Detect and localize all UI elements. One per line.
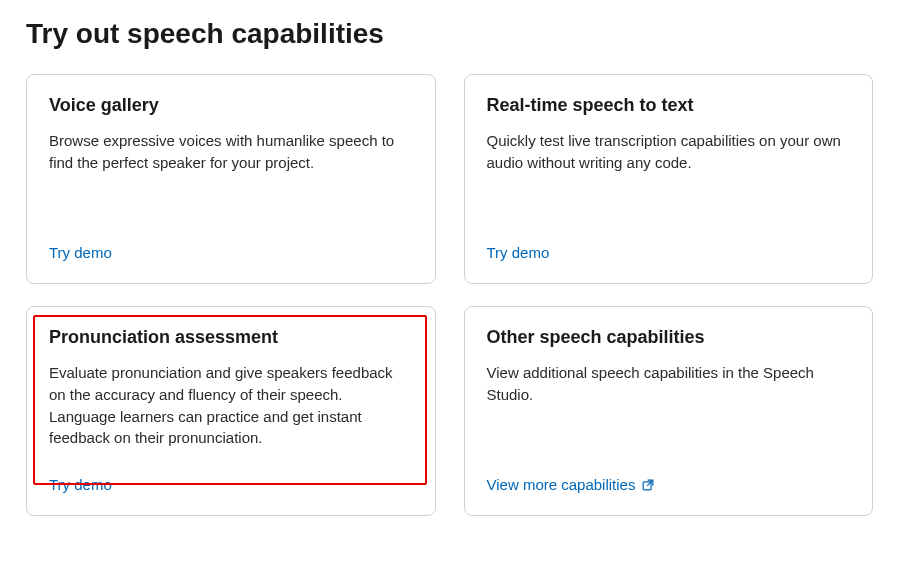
card-title: Real-time speech to text bbox=[487, 95, 851, 116]
card-title: Other speech capabilities bbox=[487, 327, 851, 348]
card-pronunciation-assessment: Pronunciation assessment Evaluate pronun… bbox=[26, 306, 436, 516]
card-description: View additional speech capabilities in t… bbox=[487, 362, 851, 458]
try-demo-link[interactable]: Try demo bbox=[487, 244, 550, 261]
view-more-link[interactable]: View more capabilities bbox=[487, 476, 656, 493]
card-other-speech: Other speech capabilities View additiona… bbox=[464, 306, 874, 516]
card-title: Voice gallery bbox=[49, 95, 413, 116]
link-label: Try demo bbox=[49, 244, 112, 261]
try-demo-link[interactable]: Try demo bbox=[49, 476, 112, 493]
link-label: Try demo bbox=[49, 476, 112, 493]
external-link-icon bbox=[641, 478, 655, 492]
card-title: Pronunciation assessment bbox=[49, 327, 413, 348]
link-label: View more capabilities bbox=[487, 476, 636, 493]
card-grid: Voice gallery Browse expressive voices w… bbox=[26, 74, 873, 516]
card-description: Browse expressive voices with humanlike … bbox=[49, 130, 413, 226]
card-realtime-stt: Real-time speech to text Quickly test li… bbox=[464, 74, 874, 284]
card-description: Evaluate pronunciation and give speakers… bbox=[49, 362, 413, 458]
try-demo-link[interactable]: Try demo bbox=[49, 244, 112, 261]
card-description: Quickly test live transcription capabili… bbox=[487, 130, 851, 226]
card-voice-gallery: Voice gallery Browse expressive voices w… bbox=[26, 74, 436, 284]
link-label: Try demo bbox=[487, 244, 550, 261]
page-title: Try out speech capabilities bbox=[26, 18, 873, 50]
